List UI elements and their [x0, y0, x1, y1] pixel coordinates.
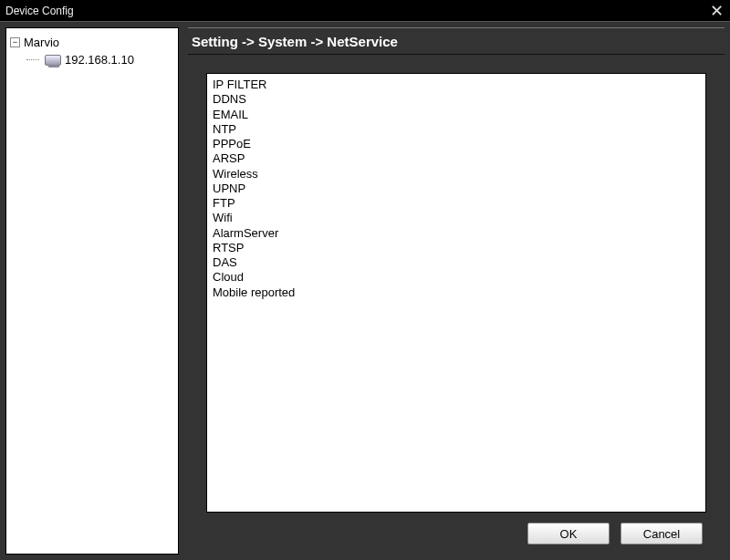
- main-area: − Marvio 192.168.1.10 Setting -> System …: [0, 22, 730, 560]
- list-item[interactable]: Wifi: [211, 211, 702, 225]
- ok-button[interactable]: OK: [527, 523, 610, 544]
- tree-toggle-icon[interactable]: −: [10, 37, 20, 47]
- list-item[interactable]: UPNP: [211, 181, 702, 196]
- netservice-list[interactable]: IP FILTERDDNSEMAILNTPPPPoEARSPWirelessUP…: [206, 73, 706, 513]
- list-item[interactable]: EMAIL: [211, 108, 702, 122]
- tree-connector: [26, 59, 39, 60]
- title-bar: Device Config ✕: [0, 0, 730, 22]
- breadcrumb-text: Setting -> System -> NetService: [192, 34, 398, 49]
- content-body: IP FILTERDDNSEMAILNTPPPPoEARSPWirelessUP…: [188, 55, 725, 555]
- list-item[interactable]: DAS: [211, 255, 702, 270]
- list-item[interactable]: Cloud: [211, 270, 702, 285]
- list-item[interactable]: RTSP: [211, 241, 702, 255]
- breadcrumb: Setting -> System -> NetService: [188, 27, 725, 55]
- list-item[interactable]: NTP: [211, 122, 702, 137]
- list-item[interactable]: AlarmServer: [211, 226, 702, 241]
- list-item[interactable]: DDNS: [211, 92, 702, 107]
- device-icon: [45, 55, 61, 66]
- list-item[interactable]: Mobile reported: [211, 285, 702, 300]
- close-button[interactable]: ✕: [703, 0, 730, 22]
- list-item[interactable]: Wireless: [211, 167, 702, 181]
- window-title: Device Config: [5, 5, 74, 17]
- list-item[interactable]: ARSP: [211, 151, 702, 166]
- close-icon: ✕: [710, 1, 724, 21]
- tree-root-label: Marvio: [24, 36, 59, 49]
- list-item[interactable]: PPPoE: [211, 137, 702, 151]
- list-item[interactable]: FTP: [211, 196, 702, 211]
- button-row: OK Cancel: [206, 513, 706, 555]
- content-panel: Setting -> System -> NetService IP FILTE…: [188, 27, 725, 555]
- cancel-button[interactable]: Cancel: [620, 523, 703, 544]
- list-item[interactable]: IP FILTER: [211, 78, 702, 92]
- tree-child-label: 192.168.1.10: [65, 53, 134, 67]
- tree-root-node[interactable]: − Marvio: [10, 34, 174, 51]
- ok-button-label: OK: [560, 527, 578, 541]
- cancel-button-label: Cancel: [643, 527, 680, 541]
- tree-child-node[interactable]: 192.168.1.10: [25, 51, 174, 68]
- device-tree-sidebar: − Marvio 192.168.1.10: [5, 27, 179, 555]
